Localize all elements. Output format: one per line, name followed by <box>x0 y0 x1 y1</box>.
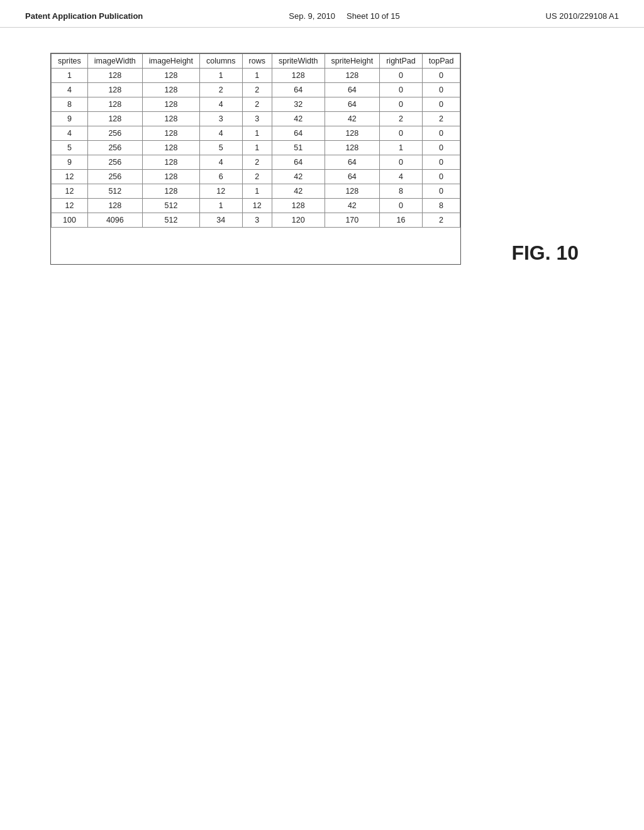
table-cell: 64 <box>325 170 380 184</box>
table-cell: 64 <box>325 97 380 112</box>
table-cell: 128 <box>87 112 142 126</box>
table-cell: 128 <box>272 69 325 83</box>
table-cell: 0 <box>380 199 423 213</box>
table-cell: 4 <box>200 97 243 112</box>
table-cell: 2 <box>242 170 272 184</box>
table-cell: 1 <box>242 184 272 199</box>
table-cell: 0 <box>422 97 460 112</box>
table-cell: 2 <box>200 83 243 97</box>
table-cell: 128 <box>142 69 199 83</box>
table-row: 1225612862426440 <box>52 170 460 184</box>
table-cell: 128 <box>142 126 199 141</box>
table-cell: 128 <box>142 155 199 170</box>
col-header-imagewidth: imageWidth <box>87 54 142 69</box>
table-cell: 128 <box>142 83 199 97</box>
col-header-columns: columns <box>200 54 243 69</box>
table-cell: 12 <box>200 184 243 199</box>
table-cell: 0 <box>422 184 460 199</box>
page-header: Patent Application Publication Sep. 9, 2… <box>0 0 644 28</box>
col-header-spritewidth: spriteWidth <box>272 54 325 69</box>
table-cell: 4 <box>52 126 88 141</box>
table-cell: 1 <box>200 69 243 83</box>
table-cell: 4096 <box>87 213 142 228</box>
table-cell: 1 <box>242 126 272 141</box>
table-cell: 64 <box>272 155 325 170</box>
table-cell: 6 <box>200 170 243 184</box>
table-cell: 4 <box>52 83 88 97</box>
table-cell: 8 <box>380 184 423 199</box>
table-cell: 128 <box>325 126 380 141</box>
table-cell: 0 <box>380 69 423 83</box>
table-cell: 1 <box>52 69 88 83</box>
table-cell: 34 <box>200 213 243 228</box>
table-cell: 0 <box>422 155 460 170</box>
table-cell: 0 <box>380 97 423 112</box>
table-cell: 0 <box>422 69 460 83</box>
table-row: 121285121121284208 <box>52 199 460 213</box>
table-cell: 64 <box>325 83 380 97</box>
table-cell: 42 <box>272 170 325 184</box>
col-header-rightpad: rightPad <box>380 54 423 69</box>
table-cell: 1 <box>242 141 272 155</box>
table-cell: 42 <box>272 184 325 199</box>
table-cell: 1 <box>242 69 272 83</box>
table-cell: 128 <box>272 199 325 213</box>
table-cell: 256 <box>87 170 142 184</box>
col-header-sprites: sprites <box>52 54 88 69</box>
table-row: 11281281112812800 <box>52 69 460 83</box>
table-cell: 2 <box>422 213 460 228</box>
table-cell: 8 <box>422 199 460 213</box>
table-row: 925612842646400 <box>52 155 460 170</box>
table-cell: 128 <box>87 199 142 213</box>
table-cell: 256 <box>87 126 142 141</box>
table-header-row: sprites imageWidth imageHeight columns r… <box>52 54 460 69</box>
table-cell: 42 <box>325 199 380 213</box>
table-cell: 2 <box>422 112 460 126</box>
figure-label: FIG. 10 <box>511 241 579 265</box>
table-cell: 12 <box>242 199 272 213</box>
table-cell: 4 <box>200 126 243 141</box>
header-left: Patent Application Publication <box>25 11 143 21</box>
table-cell: 2 <box>380 112 423 126</box>
table-cell: 2 <box>242 155 272 170</box>
table-cell: 3 <box>242 112 272 126</box>
table-cell: 1 <box>380 141 423 155</box>
table-row: 5256128515112810 <box>52 141 460 155</box>
table-cell: 9 <box>52 112 88 126</box>
table-cell: 512 <box>142 199 199 213</box>
table-row: 1004096512343120170162 <box>52 213 460 228</box>
header-right: US 2010/229108 A1 <box>546 11 619 21</box>
table-cell: 0 <box>422 170 460 184</box>
table-cell: 0 <box>422 83 460 97</box>
table-cell: 128 <box>142 184 199 199</box>
table-cell: 0 <box>380 83 423 97</box>
col-header-rows: rows <box>242 54 272 69</box>
table-cell: 170 <box>325 213 380 228</box>
table-cell: 256 <box>87 141 142 155</box>
col-header-imageheight: imageHeight <box>142 54 199 69</box>
table-cell: 2 <box>242 97 272 112</box>
table-cell: 100 <box>52 213 88 228</box>
table-cell: 128 <box>325 184 380 199</box>
table-cell: 64 <box>272 83 325 97</box>
table-cell: 4 <box>200 155 243 170</box>
table-cell: 0 <box>380 155 423 170</box>
table-cell: 128 <box>87 83 142 97</box>
col-header-toppad: topPad <box>422 54 460 69</box>
col-header-spriteheight: spriteHeight <box>325 54 380 69</box>
table-cell: 120 <box>272 213 325 228</box>
table-cell: 128 <box>325 141 380 155</box>
table-cell: 0 <box>380 126 423 141</box>
table-cell: 128 <box>87 69 142 83</box>
table-cell: 512 <box>142 213 199 228</box>
table-cell: 256 <box>87 155 142 170</box>
table-cell: 512 <box>87 184 142 199</box>
table-cell: 3 <box>242 213 272 228</box>
table-cell: 9 <box>52 155 88 170</box>
table-cell: 5 <box>52 141 88 155</box>
table-cell: 8 <box>52 97 88 112</box>
table-cell: 64 <box>272 126 325 141</box>
table-row: 125121281214212880 <box>52 184 460 199</box>
table-cell: 1 <box>200 199 243 213</box>
table-cell: 42 <box>272 112 325 126</box>
